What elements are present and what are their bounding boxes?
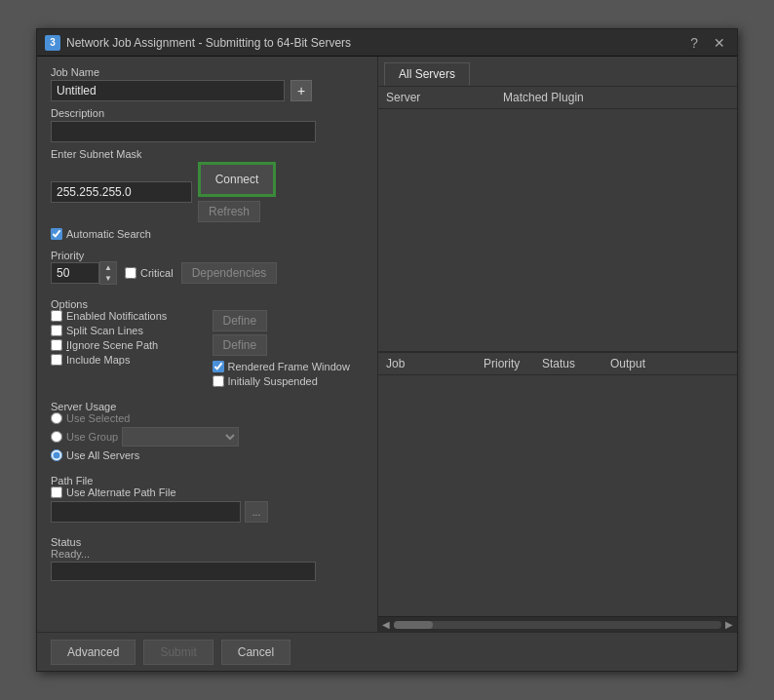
auto-search-checkbox[interactable] (51, 228, 62, 240)
priority-row: ▲ ▼ Critical Dependencies (51, 261, 364, 285)
server-table: Server Matched Plugin (378, 87, 737, 352)
status-section: Status Ready... (51, 532, 364, 581)
ignore-scene-label: IIgnore Scene Path (66, 339, 158, 351)
right-panel: All Servers Server Matched Plugin Job Pr… (378, 57, 737, 632)
enabled-notifications-checkbox[interactable] (51, 310, 62, 322)
critical-checkbox[interactable] (125, 267, 136, 279)
status-bar (51, 562, 316, 581)
server-table-header: Server Matched Plugin (378, 87, 737, 109)
dialog-body: Job Name + Description Enter Subnet Mask… (37, 57, 737, 632)
priority-col-header: Priority (484, 357, 542, 370)
path-input[interactable] (51, 501, 241, 523)
include-maps-checkbox[interactable] (51, 354, 62, 366)
critical-row: Critical (125, 267, 174, 279)
priority-input[interactable] (51, 262, 99, 284)
priority-label: Priority (51, 250, 364, 261)
split-scan-checkbox[interactable] (51, 325, 62, 336)
options-section: Options Enabled Notifications Split Scan… (51, 294, 364, 387)
scrollbar-row: ◀ ▶ (378, 616, 737, 632)
subnet-input[interactable] (51, 181, 192, 203)
use-alt-path-checkbox[interactable] (51, 486, 62, 498)
title-bar: 3 Network Job Assignment - Submitting to… (37, 29, 737, 57)
critical-label: Critical (140, 267, 174, 279)
server-usage-section: Server Usage Use Selected Use Group Use … (51, 397, 364, 461)
auto-search-label: Automatic Search (66, 228, 151, 240)
use-alt-path-row: Use Alternate Path File (51, 486, 364, 498)
use-alt-path-label: Use Alternate Path File (66, 486, 176, 498)
rendered-frame-checkbox[interactable] (213, 361, 224, 372)
priority-up-button[interactable]: ▲ (100, 262, 116, 273)
dialog-window: 3 Network Job Assignment - Submitting to… (36, 28, 738, 672)
use-all-row: Use All Servers (51, 449, 364, 461)
scroll-thumb (394, 621, 433, 629)
options-right: Define Define Rendered Frame Window Init… (213, 310, 365, 387)
connect-button[interactable]: Connect (198, 162, 276, 197)
description-input[interactable] (51, 121, 316, 142)
scroll-track[interactable] (394, 621, 721, 629)
job-name-row: + (51, 80, 364, 101)
connect-wrap: Connect Refresh (198, 162, 276, 222)
define2-button[interactable]: Define (213, 334, 268, 356)
use-group-label: Use Group (66, 431, 118, 443)
split-scan-row: Split Scan Lines (51, 325, 203, 336)
subnet-label: Enter Subnet Mask (51, 148, 364, 160)
split-scan-label: Split Scan Lines (66, 325, 143, 336)
title-bar-left: 3 Network Job Assignment - Submitting to… (45, 35, 351, 51)
use-selected-radio[interactable] (51, 412, 62, 424)
tab-all-servers[interactable]: All Servers (384, 62, 470, 86)
job-name-section: Job Name + (51, 66, 364, 101)
options-left: Enabled Notifications Split Scan Lines I… (51, 310, 203, 366)
job-name-plus-button[interactable]: + (290, 80, 312, 101)
group-select[interactable] (122, 427, 239, 447)
initially-suspended-checkbox[interactable] (213, 375, 224, 387)
job-name-label: Job Name (51, 66, 364, 78)
output-col-header: Output (610, 357, 729, 370)
include-maps-label: Include Maps (66, 354, 130, 366)
ignore-scene-checkbox[interactable] (51, 339, 62, 351)
define1-button[interactable]: Define (213, 310, 268, 331)
options-label: Options (51, 298, 364, 310)
initially-suspended-label: Initially Suspended (228, 375, 318, 387)
close-button[interactable]: ✕ (710, 33, 729, 53)
auto-search-row: Automatic Search (51, 228, 364, 240)
priority-down-button[interactable]: ▼ (100, 273, 116, 284)
job-table-header: Job Priority Status Output (378, 353, 737, 375)
server-table-body (378, 109, 737, 351)
title-bar-buttons: ? ✕ (686, 33, 729, 53)
subnet-section: Enter Subnet Mask Connect Refresh (51, 148, 364, 222)
use-selected-label: Use Selected (66, 412, 130, 424)
job-name-input[interactable] (51, 80, 285, 101)
app-icon: 3 (45, 35, 60, 51)
initially-suspended-row: Initially Suspended (213, 375, 365, 387)
spinner-buttons: ▲ ▼ (99, 261, 117, 285)
scroll-right-button[interactable]: ▶ (723, 619, 735, 630)
browse-button[interactable]: ... (245, 501, 268, 523)
use-group-row: Use Group (51, 427, 364, 447)
submit-button[interactable]: Submit (143, 640, 213, 665)
options-grid: Enabled Notifications Split Scan Lines I… (51, 310, 364, 387)
tabs-bar: All Servers (378, 57, 737, 87)
job-table-body (378, 375, 737, 617)
path-file-label: Path File (51, 475, 364, 486)
status-ready-text: Ready... (51, 548, 364, 560)
dependencies-button[interactable]: Dependencies (181, 262, 278, 284)
enabled-notif-row: Enabled Notifications (51, 310, 203, 322)
cancel-button[interactable]: Cancel (221, 640, 290, 665)
job-table: Job Priority Status Output (378, 353, 737, 617)
use-selected-row: Use Selected (51, 412, 364, 424)
status-label: Status (51, 536, 364, 548)
use-all-radio[interactable] (51, 449, 62, 461)
plugin-col-header: Matched Plugin (503, 91, 729, 104)
server-usage-label: Server Usage (51, 401, 364, 412)
scroll-left-button[interactable]: ◀ (380, 619, 392, 630)
rendered-frame-row: Rendered Frame Window (213, 361, 365, 372)
help-button[interactable]: ? (686, 33, 702, 53)
subnet-row: Connect Refresh (51, 162, 364, 222)
advanced-button[interactable]: Advanced (51, 640, 135, 665)
dialog-title: Network Job Assignment - Submitting to 6… (66, 36, 351, 50)
include-maps-row: Include Maps (51, 354, 203, 366)
refresh-button[interactable]: Refresh (198, 201, 260, 222)
use-group-radio[interactable] (51, 431, 62, 443)
status-col-header: Status (542, 357, 610, 370)
rendered-frame-label: Rendered Frame Window (228, 361, 350, 372)
